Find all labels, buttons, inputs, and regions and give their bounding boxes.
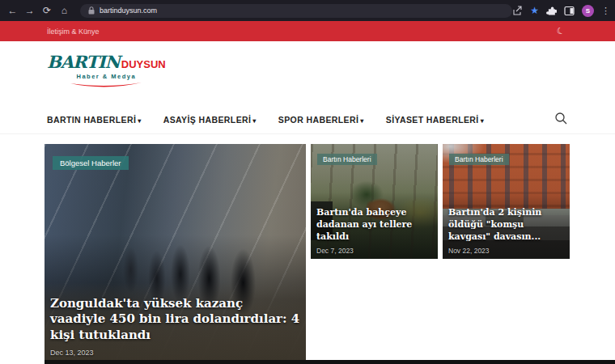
site-header: BARTIN DUYSUN Haber & Medya — [0, 41, 615, 105]
nav-item-asayis-haberleri[interactable]: ASAYİŞ HABERLERİ▾ — [163, 115, 257, 125]
logo-swoosh — [69, 82, 143, 89]
logo-text-duysun: DUYSUN — [121, 58, 166, 70]
chevron-down-icon: ▾ — [138, 117, 141, 125]
share-icon[interactable] — [512, 6, 523, 16]
dark-mode-moon-icon[interactable]: ☾ — [555, 25, 566, 37]
next-section-edge — [45, 360, 615, 364]
article-card-bear[interactable]: Bartın Haberleri Bartın'da bahçeye dadan… — [311, 144, 438, 259]
nav-item-bartin-haberleri[interactable]: BARTIN HABERLERİ▾ — [47, 115, 142, 125]
article-title: Zonguldak'ta yüksek kazanç vaadiyle 450 … — [50, 296, 300, 344]
back-icon[interactable]: ← — [6, 0, 19, 21]
side-panel-icon[interactable] — [564, 6, 575, 16]
article-text: Bartın'da bahçeye dadanan ayı tellere ta… — [316, 207, 432, 255]
main-nav: BARTIN HABERLERİ▾ ASAYİŞ HABERLERİ▾ SPOR… — [0, 105, 615, 134]
chrome-actions: ★ S ⋮ — [512, 5, 610, 17]
search-icon[interactable] — [554, 112, 568, 125]
profile-avatar[interactable]: S — [582, 5, 594, 17]
nav-label: BARTIN HABERLERİ — [47, 115, 136, 125]
article-date: Dec 13, 2023 — [50, 349, 300, 357]
article-title: Bartın'da bahçeye dadanan ayı tellere ta… — [316, 207, 432, 243]
forward-icon[interactable]: → — [23, 0, 36, 21]
nav-item-siyaset-haberleri[interactable]: SİYASET HABERLERİ▾ — [386, 115, 484, 125]
bookmark-star-icon[interactable]: ★ — [530, 5, 539, 16]
article-card-courthouse[interactable]: Bartın Haberleri Bartın'da 2 kişinin öld… — [443, 144, 570, 259]
logo-wordmark: BARTIN DUYSUN — [47, 52, 166, 72]
reload-icon[interactable]: ⟳ — [40, 0, 53, 21]
featured-articles: Bölgesel Haberler Zonguldak'ta yüksek ka… — [45, 144, 570, 361]
browser-menu-icon[interactable]: ⋮ — [601, 6, 610, 16]
category-badge[interactable]: Bölgesel Haberler — [53, 156, 129, 170]
site-topbar: İletişim & Künye ☾ — [0, 21, 615, 41]
extensions-puzzle-icon[interactable] — [546, 6, 557, 16]
chevron-down-icon: ▾ — [252, 117, 256, 125]
nav-label: SPOR HABERLERİ — [278, 115, 359, 125]
article-text: Zonguldak'ta yüksek kazanç vaadiyle 450 … — [50, 296, 300, 357]
nav-label: ASAYİŞ HABERLERİ — [163, 115, 252, 125]
category-badge[interactable]: Bartın Haberleri — [317, 154, 377, 165]
url-text: bartinduysun.com — [100, 6, 157, 15]
chevron-down-icon: ▾ — [360, 117, 363, 125]
article-date: Dec 7, 2023 — [316, 247, 432, 255]
nav-label: SİYASET HABERLERİ — [386, 115, 479, 125]
article-title: Bartın'da 2 kişinin öldüğü "komşu kavgas… — [448, 207, 564, 243]
article-date: Nov 22, 2023 — [448, 247, 564, 255]
article-card-main[interactable]: Bölgesel Haberler Zonguldak'ta yüksek ka… — [45, 144, 306, 361]
nav-item-spor-haberleri[interactable]: SPOR HABERLERİ▾ — [278, 115, 364, 125]
contact-link[interactable]: İletişim & Künye — [47, 28, 100, 36]
page: ← → ⟳ ⌂ bartinduysun.com ★ S ⋮ — [0, 0, 615, 364]
site-logo[interactable]: BARTIN DUYSUN Haber & Medya — [47, 52, 166, 89]
nav-items: BARTIN HABERLERİ▾ ASAYİŞ HABERLERİ▾ SPOR… — [47, 115, 484, 125]
address-bar[interactable]: bartinduysun.com — [80, 4, 512, 18]
home-icon[interactable]: ⌂ — [58, 0, 70, 21]
chevron-down-icon: ▾ — [481, 117, 484, 125]
logo-tagline: Haber & Medya — [47, 73, 166, 80]
article-text: Bartın'da 2 kişinin öldüğü "komşu kavgas… — [448, 207, 564, 255]
category-badge[interactable]: Bartın Haberleri — [449, 154, 509, 165]
logo-text-bartin: BARTIN — [47, 52, 120, 72]
lock-icon — [88, 6, 95, 15]
browser-toolbar: ← → ⟳ ⌂ bartinduysun.com ★ S ⋮ — [0, 0, 615, 21]
